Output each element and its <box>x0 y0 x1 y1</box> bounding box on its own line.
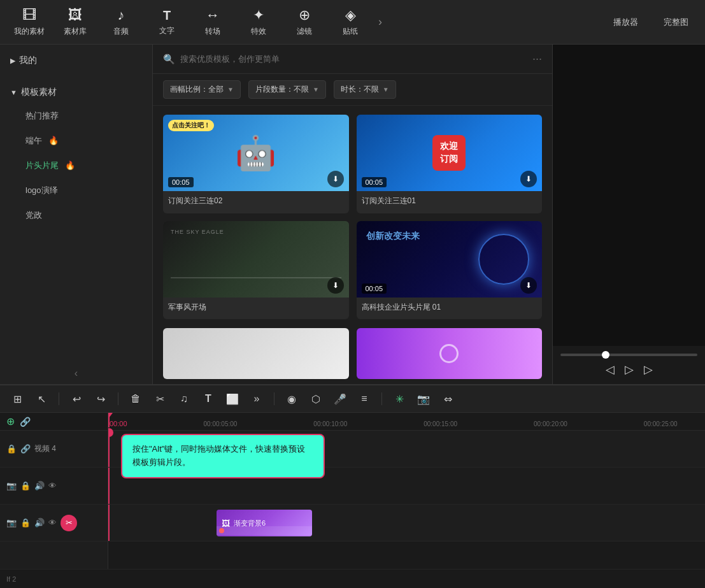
tech-text: 创新改变未来 <box>366 231 420 242</box>
track-video4-label: 视频 4 <box>34 443 101 454</box>
filter-icon: ⊕ <box>299 7 310 24</box>
sidebar-item-duanwu[interactable]: 端午 🔥 <box>5 129 147 153</box>
sidebar: ▶ 我的 ▼ 模板素材 热门推荐 端午 🔥 片头片尾 🔥 logo演绎 <box>0 45 153 384</box>
sidebar-template-label: 模板素材 <box>21 87 57 98</box>
download-btn-1[interactable]: ⬇ <box>327 171 344 187</box>
search-more-icon[interactable]: ··· <box>532 52 542 66</box>
download-btn-4[interactable]: ⬇ <box>520 277 537 294</box>
toolbar-my-material[interactable]: 🎞 我的素材 <box>6 3 52 41</box>
add-track-icon[interactable]: ⊕ <box>6 415 15 427</box>
toolbar-material-lib[interactable]: 🖼 素材库 <box>52 3 98 41</box>
tl-subtitle-tool[interactable]: ≡ <box>355 389 374 408</box>
download-btn-3[interactable]: ⬇ <box>327 277 344 294</box>
track3-eye-icon[interactable]: 👁 <box>48 481 57 491</box>
filter-aspect[interactable]: 画幅比例：全部 ▼ <box>163 80 241 99</box>
filter-count[interactable]: 片段数量：不限 ▼ <box>248 80 326 99</box>
track-video4-lock-icon[interactable]: 🔒 <box>6 444 17 454</box>
timeline-content: ⊕ 🔗 🔒 🔗 视频 4 📷 🔒 🔊 👁 📷 🔒 🔊 � <box>0 413 705 569</box>
toolbar-audio[interactable]: ♪ 音频 <box>98 3 144 41</box>
text-label: 文字 <box>159 25 174 36</box>
tl-forward-tool[interactable]: » <box>247 389 266 408</box>
template-card-4[interactable]: 创新改变未来 00:05 ⬇ 高科技企业片头片尾 01 <box>357 221 543 320</box>
partial-card-1[interactable] <box>163 328 349 379</box>
toolbar-right: 播放器 完整图 <box>603 13 699 32</box>
tl-resize-tool[interactable]: ⇔ <box>438 389 457 408</box>
track3-audio-icon[interactable]: 🔊 <box>34 481 45 491</box>
template-name-1: 订阅关注三连02 <box>163 191 349 211</box>
material-lib-icon: 🖼 <box>68 7 82 24</box>
text-icon: T <box>163 8 171 23</box>
partial-card-2[interactable] <box>357 328 543 379</box>
track3-camera-icon[interactable]: 📷 <box>6 481 17 491</box>
scissors-icon[interactable]: ✂ <box>61 515 77 531</box>
tl-voice-tool[interactable]: 🎤 <box>331 389 350 408</box>
track-video4-link-icon[interactable]: 🔗 <box>20 444 31 454</box>
mil-text: THE SKY EAGLE <box>171 229 224 235</box>
search-bar: 🔍 ··· <box>153 45 552 74</box>
track-label-3: 📷 🔒 🔊 👁 <box>0 468 108 505</box>
tl-mask-tool[interactable]: ⬡ <box>306 389 325 408</box>
tl-select-tool[interactable]: ↖ <box>32 389 51 408</box>
sidebar-item-logo[interactable]: logo演绎 <box>5 178 147 203</box>
track3-lock-icon[interactable]: 🔒 <box>20 481 31 491</box>
tl-text-tool[interactable]: T <box>199 389 218 408</box>
sidebar-item-piantoujpianwei[interactable]: 片头片尾 🔥 <box>5 154 147 178</box>
toolbar-transition[interactable]: ↔ 转场 <box>190 3 236 41</box>
tl-delete-tool[interactable]: 🗑 <box>126 389 145 408</box>
sidebar-item-hot[interactable]: 热门推荐 <box>5 104 147 128</box>
material-lib-label: 素材库 <box>64 26 87 37</box>
toolbar-effects[interactable]: ✦ 特效 <box>236 3 281 41</box>
search-input[interactable] <box>180 54 532 64</box>
tl-crop-tool[interactable]: ⬜ <box>223 389 242 408</box>
template-card-3[interactable]: THE SKY EAGLE ⬇ 军事风开场 <box>163 221 349 320</box>
track-labels: ⊕ 🔗 🔒 🔗 视频 4 📷 🔒 🔊 👁 📷 🔒 🔊 � <box>0 413 108 569</box>
my-arrow-icon: ▶ <box>10 57 15 65</box>
timeline-tracks: 00:00 00:00:05:00 00:00:10:00 00:00:15:0… <box>108 413 705 569</box>
toolbar-expand[interactable]: › <box>373 13 387 31</box>
subscribe-badge: 欢迎 订阅 <box>432 135 466 170</box>
playback-controls: ◁ ▷ ▷ <box>560 362 697 376</box>
video-clip[interactable]: 🖼 渐变背景6 <box>217 510 312 536</box>
forward-btn[interactable]: ▷ <box>644 362 653 376</box>
tl-undo-tool[interactable]: ↩ <box>67 389 86 408</box>
toolbar-filter[interactable]: ⊕ 滤镜 <box>281 3 327 41</box>
toolbar-sticker[interactable]: ◈ 贴纸 <box>327 3 373 41</box>
track2-eye-icon[interactable]: 👁 <box>48 518 57 527</box>
filter-duration[interactable]: 时长：不限 ▼ <box>334 80 396 99</box>
track2-lock-icon[interactable]: 🔒 <box>20 518 31 527</box>
download-btn-2[interactable]: ⬇ <box>520 171 537 187</box>
sidebar-my-header[interactable]: ▶ 我的 <box>0 50 152 71</box>
effects-label: 特效 <box>251 26 266 37</box>
tl-camera-tool[interactable]: 📷 <box>414 389 433 408</box>
track-row-video2: 🖼 渐变背景6 <box>108 505 705 541</box>
toolbar-text[interactable]: T 文字 <box>144 4 190 40</box>
sidebar-template-header[interactable]: ▼ 模板素材 <box>0 82 152 103</box>
sidebar-item-dangzheng[interactable]: 党政 <box>5 203 147 227</box>
link-icon[interactable]: 🔗 <box>20 417 31 427</box>
tl-redo-tool[interactable]: ↪ <box>91 389 110 408</box>
tl-play-effect-tool[interactable]: ◉ <box>282 389 301 408</box>
filter-aspect-label: 画幅比例：全部 <box>170 84 224 95</box>
track2-audio-icon[interactable]: 🔊 <box>34 518 45 527</box>
fullscreen-btn[interactable]: 完整图 <box>653 13 699 32</box>
slider-track[interactable] <box>560 354 697 356</box>
player-btn[interactable]: 播放器 <box>603 13 648 32</box>
tl-grid-tool[interactable]: ⊞ <box>8 389 27 408</box>
tl-audio-tool[interactable]: ♫ <box>174 389 194 408</box>
partial-cards <box>153 328 552 384</box>
template-card-2[interactable]: 欢迎 订阅 00:05 ⬇ 订阅关注三连01 <box>357 115 543 213</box>
template-name-4: 高科技企业片头片尾 01 <box>357 298 543 317</box>
template-card-1[interactable]: 点击关注吧！ 🤖 00:05 ⬇ 订阅关注三连02 <box>163 115 349 213</box>
track2-camera-icon[interactable]: 📷 <box>6 518 17 527</box>
effects-icon: ✦ <box>253 7 264 24</box>
preview-controls: ◁ ▷ ▷ <box>553 346 705 384</box>
tl-cut-tool[interactable]: ✂ <box>150 389 169 408</box>
tl-magic-tool[interactable]: ✳ <box>390 389 409 408</box>
tl-sep-1 <box>59 392 59 405</box>
sidebar-collapse-btn[interactable]: ‹ <box>0 362 152 384</box>
thumb-3: THE SKY EAGLE ⬇ <box>163 221 349 298</box>
play-btn[interactable]: ▷ <box>625 362 634 376</box>
tl-sep-2 <box>118 392 118 405</box>
backward-btn[interactable]: ◁ <box>606 362 615 376</box>
thumb-1: 点击关注吧！ 🤖 00:05 ⬇ <box>163 115 349 191</box>
